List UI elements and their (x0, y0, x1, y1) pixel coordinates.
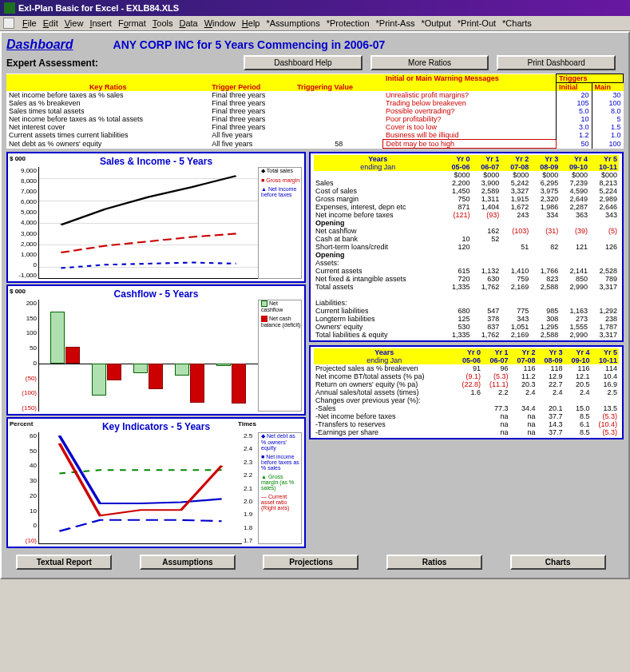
menu-view[interactable]: View (65, 18, 84, 28)
data-row: Changes over previous year (%): (314, 396, 619, 404)
triggers-header: Triggers (556, 74, 623, 83)
company-title: ANY CORP INC for 5 Years Commencing in 2… (113, 38, 386, 51)
ratios-button[interactable]: Ratios (386, 555, 482, 570)
msg-header: Initial or Main Warning Messages (383, 74, 556, 83)
data-row: Net income before taxes(121)(93)24333436… (314, 211, 619, 219)
menu-format[interactable]: Format (118, 18, 146, 28)
menu-print-ass[interactable]: *Print-Ass (376, 18, 415, 28)
workbook-icon (3, 18, 14, 29)
ratio-row: Net income before taxes as % salesFinal … (6, 91, 624, 99)
ratio-row: Net debt as % owners' equityAll five yea… (6, 140, 624, 149)
financials-panel: Yearsending JanYr 005-06Yr 106-07Yr 207-… (309, 152, 624, 342)
data-row: Current liabilities6805477759851,1631,29… (314, 307, 619, 315)
data-row: Total assets1,3351,7622,1692,5882,9903,3… (314, 283, 619, 291)
print-dashboard-button[interactable]: Print Dashboard (497, 55, 616, 70)
menu-help[interactable]: Help (242, 18, 260, 28)
expert-label: Expert Assessment: (6, 58, 244, 69)
key-indicators-chart: Percent Times Key Indicators - 5 Years 6… (6, 417, 306, 548)
menu-window[interactable]: Window (204, 18, 236, 28)
dashboard-heading[interactable]: Dashboard (6, 38, 73, 52)
data-row: -Transfers to reservesnana14.36.1(10.4) (314, 420, 619, 428)
data-row: Current assets6151,1321,4101,7662,1412,5… (314, 267, 619, 275)
menu-protection[interactable]: *Protection (327, 18, 370, 28)
excel-icon (4, 2, 15, 14)
ratio-row: Sales as % breakevenFinal three yearsTra… (6, 99, 624, 107)
window-titlebar: Exl-Plan Basic for Excel - EXLB84.XLS (0, 0, 630, 16)
menu-tools[interactable]: Tools (153, 18, 173, 28)
window-title: Exl-Plan Basic for Excel - EXLB84.XLS (18, 3, 179, 13)
data-row: Projected sales as % breakeven9196116118… (314, 364, 619, 372)
menu-data[interactable]: Data (179, 18, 197, 28)
data-row: -Earnings per sharenana37.78.5(5.3) (314, 428, 619, 436)
menu-print-out[interactable]: *Print-Out (458, 18, 496, 28)
menu-edit[interactable]: Edit (43, 18, 58, 28)
data-row: Cost of sales1,4502,5893,3273,9754,5905,… (314, 187, 619, 195)
charts-button[interactable]: Charts (510, 555, 606, 570)
assumptions-button[interactable]: Assumptions (140, 555, 236, 570)
indicators-panel: Yearsending JanYr 005-06Yr 106-07Yr 207-… (309, 345, 624, 439)
ratio-row: Net income before taxes as % total asset… (6, 115, 624, 123)
dashboard-content: Dashboard ANY CORP INC for 5 Years Comme… (0, 31, 630, 579)
menu-charts[interactable]: *Charts (502, 18, 532, 28)
ratio-row: Net interest coverFinal three yearsCover… (6, 123, 624, 131)
data-row: Expenses, interest, depn etc8711,4041,67… (314, 203, 619, 211)
data-row: Annual sales/total assets (times)1.62.22… (314, 388, 619, 396)
data-row: -Sales77.334.420.115.013.5 (314, 404, 619, 412)
sales-income-chart: $ 000 Sales & Income - 5 Years 9,0008,00… (6, 152, 306, 283)
data-row: Total liabilities & equity1,3351,7622,16… (314, 331, 619, 339)
textual-report-button[interactable]: Textual Report (16, 555, 112, 570)
data-row: Cash at bank1052 (314, 235, 619, 243)
menu-insert[interactable]: Insert (89, 18, 112, 28)
cashflow-chart: $ 000 Cashflow - 5 Years 200150100500(50… (6, 284, 306, 416)
projections-button[interactable]: Projections (263, 555, 359, 570)
menu-bar: File Edit View Insert Format Tools Data … (0, 16, 630, 31)
ratio-row: Sales times total assetsFinal three year… (6, 107, 624, 115)
data-row: -Net income before taxesnana37.78.5(5.3) (314, 412, 619, 420)
data-row: Net income BT/total assets (% pa)(9.1)(5… (314, 372, 619, 380)
dashboard-help-button[interactable]: Dashboard Help (244, 55, 363, 70)
more-ratios-button[interactable]: More Ratios (370, 55, 489, 70)
data-row: Return on owners' equity (% pa)(22.8)(11… (314, 380, 619, 388)
ratio-row: Current assets times current liabilities… (6, 131, 624, 140)
menu-file[interactable]: File (22, 18, 37, 28)
data-row: Sales2,2003,9005,2426,2957,2398,213 (314, 179, 619, 187)
data-row: Owners' equity5308371,0511,2951,5551,787 (314, 323, 619, 331)
data-row: Net cashflow162(103)(31)(39)(5) (314, 227, 619, 235)
menu-output[interactable]: *Output (421, 18, 450, 28)
menu-assumptions[interactable]: *Assumptions (266, 18, 319, 28)
data-row: Net fixed & intangible assets72063075982… (314, 275, 619, 283)
data-row: Short-term loans/credit1205182121126 (314, 243, 619, 251)
data-row: Longterm liabilities125378343308273238 (314, 315, 619, 323)
ratios-table: Initial or Main Warning Messages Trigger… (6, 74, 624, 149)
data-row: Gross margin7501,3111,9152,3202,6492,989 (314, 195, 619, 203)
